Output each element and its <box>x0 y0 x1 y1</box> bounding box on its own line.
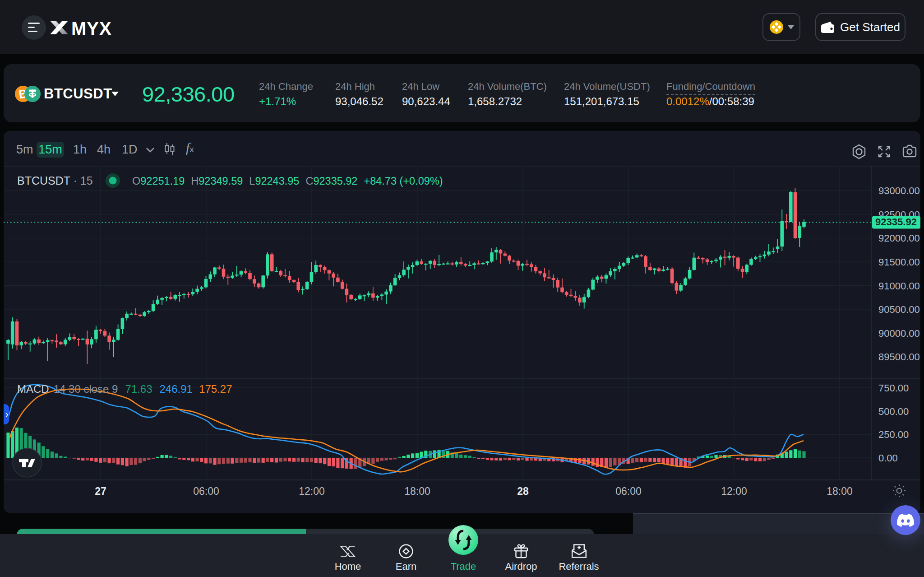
svg-text:06:00: 06:00 <box>615 485 642 497</box>
svg-text:89500.00: 89500.00 <box>878 351 920 363</box>
svg-text:06:00: 06:00 <box>193 485 219 497</box>
svg-text:MACD14 30 close 971.63246.9117: MACD14 30 close 971.63246.91175.27 <box>17 383 232 395</box>
svg-text:91000.00: 91000.00 <box>878 280 920 292</box>
svg-text:28: 28 <box>517 485 529 497</box>
svg-text:750.00: 750.00 <box>878 382 909 394</box>
svg-text:12:00: 12:00 <box>721 485 747 497</box>
svg-text:O92251.19H92349.59L92243.95C92: O92251.19H92349.59L92243.95C92335.92+84.… <box>132 175 443 187</box>
svg-text:90500.00: 90500.00 <box>878 304 920 315</box>
svg-text:18:00: 18:00 <box>827 485 853 497</box>
svg-text:12:00: 12:00 <box>299 485 325 497</box>
svg-text:18:00: 18:00 <box>404 485 430 497</box>
svg-text:500.00: 500.00 <box>878 406 909 417</box>
svg-text:91500.00: 91500.00 <box>878 256 920 268</box>
svg-text:90000.00: 90000.00 <box>878 328 920 339</box>
svg-text:92335.92: 92335.92 <box>875 216 917 228</box>
svg-text:250.00: 250.00 <box>878 429 909 440</box>
svg-text:BTCUSDT · 15: BTCUSDT · 15 <box>17 174 93 187</box>
svg-text:92000.00: 92000.00 <box>878 233 920 244</box>
svg-text:93000.00: 93000.00 <box>878 185 920 196</box>
svg-text:›: › <box>5 409 9 419</box>
svg-text:27: 27 <box>95 485 106 497</box>
svg-text:0.00: 0.00 <box>878 452 898 464</box>
